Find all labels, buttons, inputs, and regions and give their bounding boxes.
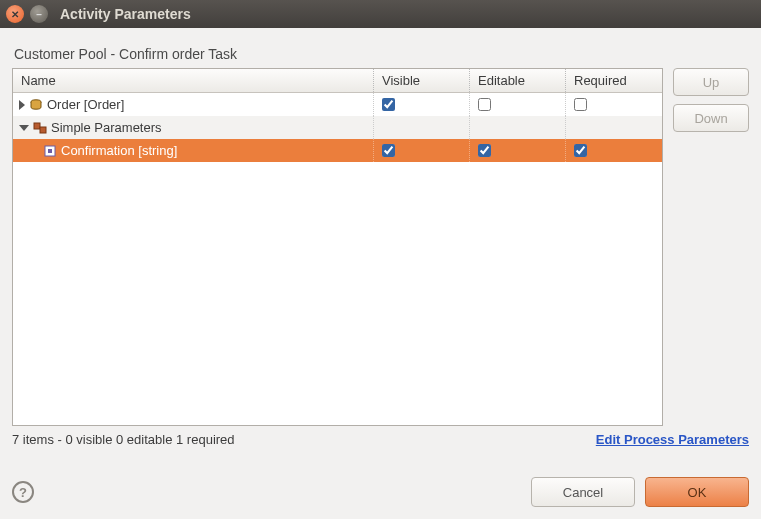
required-checkbox[interactable]	[574, 144, 587, 157]
row-label: Confirmation [string]	[61, 143, 177, 158]
row-label: Order [Order]	[47, 97, 124, 112]
close-icon[interactable]: ✕	[6, 5, 24, 23]
table-header: Name Visible Editable Required	[13, 69, 662, 93]
required-checkbox[interactable]	[574, 98, 587, 111]
up-button[interactable]: Up	[673, 68, 749, 96]
editable-checkbox[interactable]	[478, 144, 491, 157]
editable-checkbox[interactable]	[478, 98, 491, 111]
chevron-down-icon[interactable]	[19, 125, 29, 131]
param-icon	[43, 144, 57, 158]
table-row[interactable]: Order [Order]	[13, 93, 662, 116]
svg-rect-1	[34, 123, 40, 129]
ok-button[interactable]: OK	[645, 477, 749, 507]
visible-checkbox[interactable]	[382, 144, 395, 157]
status-text: 7 items - 0 visible 0 editable 1 require…	[12, 432, 235, 447]
svg-rect-2	[40, 127, 46, 133]
down-button[interactable]: Down	[673, 104, 749, 132]
group-icon	[33, 121, 47, 135]
svg-rect-4	[48, 149, 52, 153]
table-row[interactable]: Confirmation [string]	[13, 139, 662, 162]
chevron-right-icon[interactable]	[19, 100, 25, 110]
visible-checkbox[interactable]	[382, 98, 395, 111]
barrel-icon	[29, 98, 43, 112]
minimize-icon[interactable]: –	[30, 5, 48, 23]
parameters-table: Name Visible Editable Required Order [Or…	[12, 68, 663, 426]
page-subtitle: Customer Pool - Confirm order Task	[14, 46, 747, 62]
edit-process-parameters-link[interactable]: Edit Process Parameters	[596, 432, 749, 447]
title-bar: ✕ – Activity Parameters	[0, 0, 761, 28]
column-required[interactable]: Required	[566, 69, 662, 92]
column-editable[interactable]: Editable	[470, 69, 566, 92]
window-title: Activity Parameters	[60, 6, 191, 22]
row-label: Simple Parameters	[51, 120, 162, 135]
cancel-button[interactable]: Cancel	[531, 477, 635, 507]
help-icon[interactable]: ?	[12, 481, 34, 503]
table-row[interactable]: Simple Parameters	[13, 116, 662, 139]
column-visible[interactable]: Visible	[374, 69, 470, 92]
column-name[interactable]: Name	[13, 69, 374, 92]
